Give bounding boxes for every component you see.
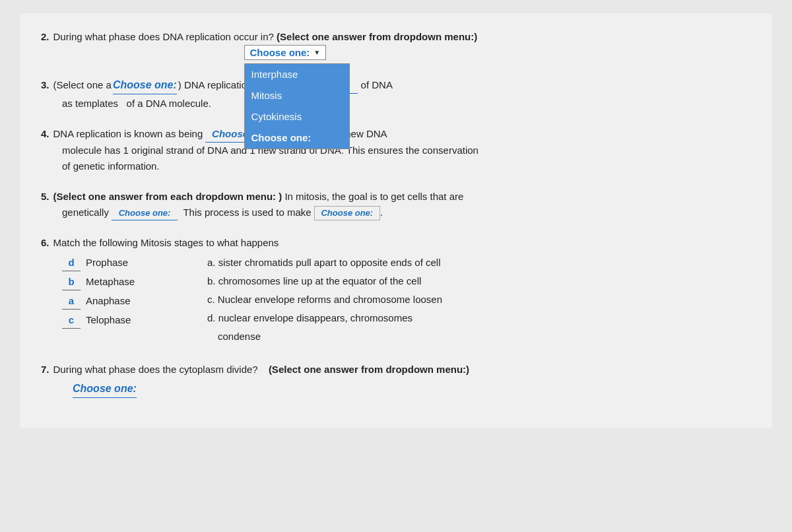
q6-letter-metaphase: b xyxy=(62,274,81,290)
q2-option-cytokinesis[interactable]: Cytokinesis xyxy=(245,106,349,127)
main-content: 2. During what phase does DNA replicatio… xyxy=(20,13,772,428)
q2-option-choose[interactable]: Choose one: xyxy=(245,127,349,149)
q7-instruction: (Select one answer from dropdown menu:) xyxy=(269,362,469,378)
q6-answers: a. sister chromatids pull apart to oppos… xyxy=(207,255,751,347)
table-row: b Metaphase xyxy=(62,274,181,290)
q3-number: 3. xyxy=(41,77,50,93)
q6-stages: d Prophase b Metaphase a Anaphase c Telo… xyxy=(62,255,181,347)
q6-stage-telophase: Telophase xyxy=(86,312,131,328)
q2-dropdown-button[interactable]: Choose one: ▼ xyxy=(244,45,327,60)
q6-letter-prophase: d xyxy=(62,255,81,271)
q2-option-interphase[interactable]: Interphase xyxy=(245,64,349,85)
q5-middle: This process is used to make xyxy=(183,205,311,220)
list-item: b. chromosomes line up at the equator of… xyxy=(207,273,751,289)
q3-choose1[interactable]: Choose one: xyxy=(113,77,177,94)
q3-prefix: (Select one a xyxy=(53,77,112,93)
table-row: a Anaphase xyxy=(62,293,181,310)
q4-line4-text: of genetic information. xyxy=(62,160,160,172)
q5-genetically: genetically xyxy=(62,205,109,220)
q6-letter-anaphase: a xyxy=(62,293,81,310)
q7-choose-label[interactable]: Choose one: xyxy=(73,380,137,398)
q4-number: 4. xyxy=(41,126,50,142)
q2-choose-label: Choose one: xyxy=(250,47,310,58)
q4-line3-text: This ensures the conservation xyxy=(346,145,478,156)
question-2: 2. During what phase does DNA replicatio… xyxy=(41,29,751,62)
q3-as-templates: as templates xyxy=(62,98,118,109)
q2-text: During what phase does DNA replication o… xyxy=(53,31,274,42)
q7-dropdown-area[interactable]: Choose one: xyxy=(73,380,751,398)
question-7: 7. During what phase does the cytoplasm … xyxy=(41,362,751,398)
question-6: 6. Match the following Mitosis stages to… xyxy=(41,235,751,347)
q4-prefix: DNA replication is known as being xyxy=(53,126,203,142)
q5-text: In mitosis, the goal is to get cells tha… xyxy=(284,189,463,205)
q3-suffix2: of a DNA molecule. xyxy=(127,98,211,109)
question-5: 5. (Select one answer from each dropdown… xyxy=(41,189,751,221)
list-item: condense xyxy=(218,329,751,345)
q6-matching-area: d Prophase b Metaphase a Anaphase c Telo… xyxy=(62,255,751,347)
q6-letter-telophase: c xyxy=(62,312,81,329)
list-item: c. Nuclear envelope reforms and chromoso… xyxy=(207,292,751,308)
q2-dropdown-menu: Interphase Mitosis Cytokinesis Choose on… xyxy=(244,63,350,149)
list-item: a. sister chromatids pull apart to oppos… xyxy=(207,255,751,271)
q4-line2: molecule has 1 original strand of DNA an… xyxy=(62,143,751,158)
question-3: 3. (Select one a Choose one: ) DNA repli… xyxy=(41,77,751,112)
q2-instruction: (Select one answer from dropdown menu:) xyxy=(277,31,477,42)
table-row: c Telophase xyxy=(62,312,181,329)
q7-number: 7. xyxy=(41,362,50,378)
q5-instruction: (Select one answer from each dropdown me… xyxy=(53,189,282,205)
table-row: d Prophase xyxy=(62,255,181,271)
q7-text: During what phase does the cytoplasm div… xyxy=(53,362,258,378)
list-item: d. nuclear envelope disappears, chromoso… xyxy=(207,310,751,326)
q4-line4: of genetic information. xyxy=(62,158,751,174)
q3-suffix: of DNA xyxy=(361,77,393,93)
q2-arrow-icon: ▼ xyxy=(314,49,320,56)
q2-option-mitosis[interactable]: Mitosis xyxy=(245,85,349,106)
q6-stage-metaphase: Metaphase xyxy=(86,274,135,290)
q5-choose1[interactable]: Choose one: xyxy=(112,207,178,221)
q6-stage-prophase: Prophase xyxy=(86,255,128,271)
q6-number: 6. xyxy=(41,235,50,251)
question-4: 4. DNA replication is known as being Cho… xyxy=(41,126,751,174)
q5-choose2[interactable]: Choose one: xyxy=(314,206,380,221)
q6-stage-anaphase: Anaphase xyxy=(86,293,131,309)
q2-number: 2. xyxy=(41,29,50,45)
q2-dropdown[interactable]: Choose one: ▼ Interphase Mitosis Cytokin… xyxy=(244,45,327,61)
q5-period: . xyxy=(380,205,383,220)
q6-text: Match the following Mitosis stages to wh… xyxy=(53,235,279,251)
q5-number: 5. xyxy=(41,189,50,205)
